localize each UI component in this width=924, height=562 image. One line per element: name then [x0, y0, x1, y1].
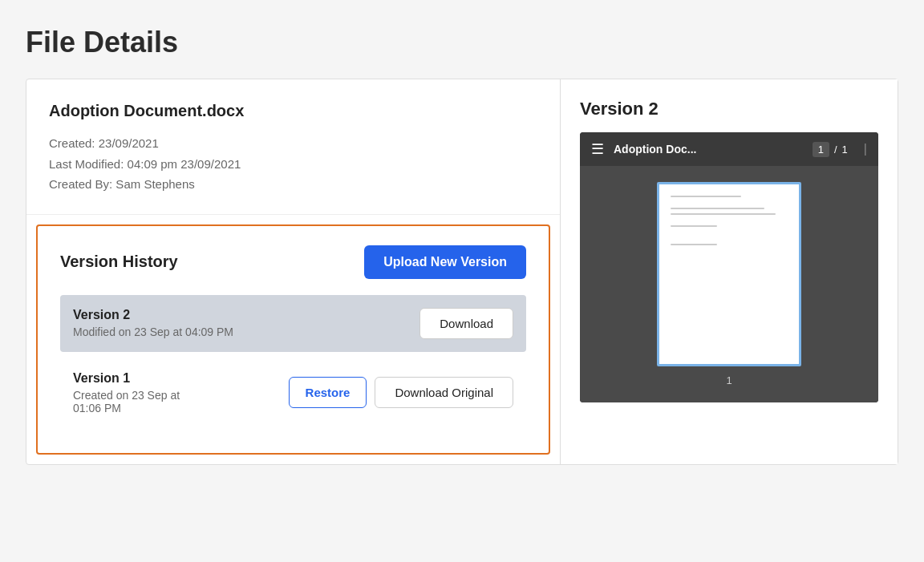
doc-preview-filename: Adoption Doc...: [614, 143, 803, 156]
version-history-title: Version History: [60, 253, 178, 271]
page-title: File Details: [26, 26, 898, 59]
hamburger-icon[interactable]: ☰: [591, 140, 604, 158]
doc-preview-body: 1: [580, 166, 878, 402]
page-wrapper: File Details Adoption Document.docx Crea…: [0, 0, 924, 465]
doc-preview-pages: 1 / 1: [813, 142, 848, 157]
version-actions-2: Download: [419, 308, 513, 339]
right-panel: Version 2 ☰ Adoption Doc... 1 / 1 |: [561, 79, 898, 464]
version-info-1: Version 1 Created on 23 Sep at01:06 PM: [73, 371, 180, 414]
doc-line-3: [671, 213, 776, 215]
version-history-section: Version History Upload New Version Versi…: [36, 224, 550, 455]
version-row-older: Version 1 Created on 23 Sep at01:06 PM R…: [60, 358, 526, 427]
version-history-header: Version History Upload New Version: [60, 245, 526, 279]
file-name: Adoption Document.docx: [49, 102, 537, 120]
doc-line-5: [671, 244, 717, 245]
version-info-2: Version 2 Modified on 23 Sep at 04:09 PM: [73, 308, 233, 338]
doc-page-thumbnail: [657, 182, 801, 366]
doc-preview-toolbar: ☰ Adoption Doc... 1 / 1 |: [580, 132, 878, 166]
file-created: Created: 23/09/2021: [49, 133, 537, 154]
file-created-by: Created By: Sam Stephens: [49, 174, 537, 195]
doc-line-2: [671, 208, 764, 209]
version-date-2: Modified on 23 Sep at 04:09 PM: [73, 325, 233, 338]
restore-version1-button[interactable]: Restore: [289, 377, 367, 408]
doc-page-label: 1: [726, 374, 732, 386]
doc-line-1: [671, 196, 741, 197]
version-label-2: Version 2: [73, 308, 233, 322]
preview-divider: |: [864, 142, 867, 156]
file-info-section: Adoption Document.docx Created: 23/09/20…: [26, 79, 560, 215]
total-pages: 1: [842, 144, 848, 156]
download-original-button[interactable]: Download Original: [375, 377, 513, 408]
version-row-current: Version 2 Modified on 23 Sep at 04:09 PM…: [60, 295, 526, 352]
main-layout: Adoption Document.docx Created: 23/09/20…: [26, 79, 898, 465]
version-label-1: Version 1: [73, 371, 180, 386]
version-actions-1: Restore Download Original: [289, 377, 513, 408]
page-separator: /: [834, 144, 837, 156]
upload-new-version-button[interactable]: Upload New Version: [364, 245, 526, 279]
doc-preview-container: ☰ Adoption Doc... 1 / 1 |: [580, 132, 878, 402]
current-page-badge: 1: [813, 142, 829, 157]
file-meta: Created: 23/09/2021 Last Modified: 04:09…: [49, 133, 537, 195]
preview-title: Version 2: [580, 99, 878, 119]
download-version2-button[interactable]: Download: [419, 308, 513, 339]
file-last-modified: Last Modified: 04:09 pm 23/09/2021: [49, 154, 537, 175]
left-panel: Adoption Document.docx Created: 23/09/20…: [26, 79, 561, 464]
version-date-1: Created on 23 Sep at01:06 PM: [73, 389, 180, 414]
doc-line-4: [671, 225, 717, 227]
